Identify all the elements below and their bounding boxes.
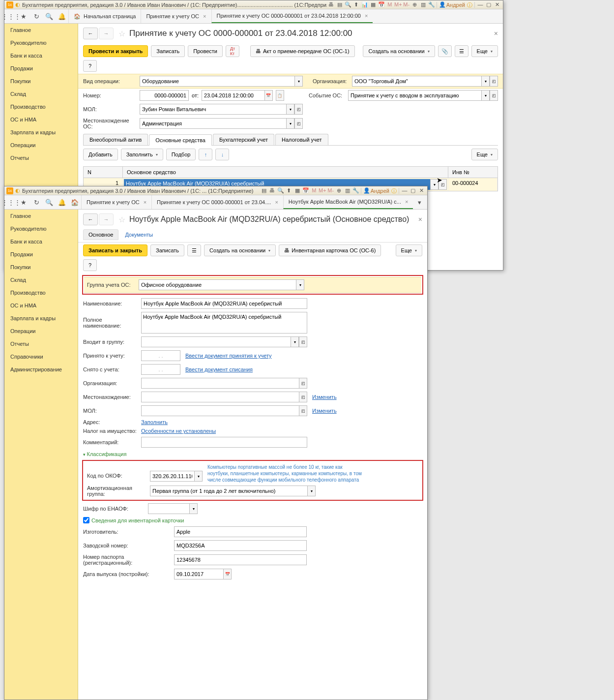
loc-select[interactable] — [140, 118, 286, 129]
more-button[interactable]: Еще — [471, 45, 498, 57]
tb-icon[interactable]: 📅 — [378, 1, 385, 8]
sidebar-item[interactable]: Производство — [4, 100, 78, 113]
link-change[interactable]: Изменить — [312, 408, 337, 414]
link-tax[interactable]: Особенности не установлены — [141, 428, 216, 434]
tb-icon[interactable]: ⬆ — [352, 1, 360, 8]
dropdown-icon[interactable]: ▾ — [286, 104, 294, 115]
tb-m+[interactable]: M+ — [394, 1, 402, 8]
close-icon[interactable]: × — [365, 13, 368, 19]
tb-icon[interactable]: ⬆ — [285, 187, 293, 194]
th-os[interactable]: Основное средство — [123, 167, 448, 178]
save-button[interactable]: Записать — [150, 244, 184, 256]
link-accept[interactable]: Ввести документ принятия к учету — [185, 353, 272, 359]
close-icon[interactable]: × — [144, 199, 146, 205]
close-icon[interactable]: × — [405, 199, 408, 205]
fill-button[interactable]: Заполнить — [121, 149, 163, 160]
link-remove[interactable]: Ввести документ списания — [185, 366, 253, 372]
dropdown-icon[interactable]: ▾ — [291, 336, 299, 347]
sidebar-item[interactable]: Справочники — [4, 350, 78, 363]
sidebar-item[interactable]: Продажи — [4, 62, 78, 75]
dtkt-button[interactable]: ДтКт — [226, 45, 239, 57]
close-icon[interactable]: × — [275, 199, 278, 205]
link-change[interactable]: Изменить — [312, 394, 337, 400]
stamp-icon[interactable]: 📋 — [276, 90, 284, 101]
sidebar-item[interactable]: Главное — [4, 24, 78, 36]
sidebar-item[interactable]: Производство — [4, 286, 78, 299]
tb-icon[interactable]: ▤ — [336, 1, 344, 8]
sidebar-item[interactable]: Покупки — [4, 261, 78, 274]
loc-input[interactable] — [141, 392, 299, 402]
nav-back-button[interactable]: ← — [83, 213, 98, 225]
th-inv[interactable]: Инв № — [448, 167, 497, 178]
sidebar-item[interactable]: Зарплата и кадры — [4, 126, 78, 139]
star-icon[interactable]: ★ — [17, 195, 30, 209]
open-icon[interactable]: ◰ — [490, 76, 498, 87]
tb-icon[interactable]: 🔍 — [277, 187, 285, 194]
org-input[interactable] — [141, 378, 299, 389]
okof-input[interactable] — [150, 471, 194, 482]
bell-icon[interactable]: 🔔 — [56, 195, 68, 209]
open-icon[interactable]: ◰ — [299, 405, 307, 416]
user-icon[interactable]: 👤 — [363, 187, 371, 194]
help-button[interactable]: ? — [83, 259, 97, 271]
dropdown-icon[interactable]: ▾ — [296, 279, 304, 290]
close-icon[interactable]: × — [203, 13, 206, 19]
passport-input[interactable] — [174, 554, 307, 565]
tb-icon[interactable]: ▦ — [293, 187, 301, 194]
list-icon[interactable]: ☰ — [455, 45, 468, 57]
group-select[interactable] — [139, 279, 296, 290]
subtab-nal[interactable]: Налоговый учет — [275, 134, 328, 145]
star-icon[interactable]: ★ — [17, 9, 30, 23]
sidebar-item[interactable]: Банк и касса — [4, 49, 78, 62]
calendar-icon[interactable]: 📅 — [223, 569, 232, 579]
tb-icon[interactable]: ▦ — [369, 1, 377, 8]
sidebar-item[interactable]: Продажи — [4, 248, 78, 261]
sidebar-item[interactable]: Покупки — [4, 75, 78, 88]
tb-icon[interactable]: ▥ — [419, 1, 427, 8]
up-icon[interactable]: ↑ — [199, 149, 212, 160]
tb-m+[interactable]: M+ — [319, 187, 326, 194]
amort-select[interactable] — [150, 486, 307, 496]
sidebar-item[interactable]: Операции — [4, 325, 78, 337]
minimize-icon[interactable]: — — [401, 187, 409, 194]
info-icon[interactable]: ⓘ — [390, 187, 398, 194]
open-icon[interactable]: ◰ — [294, 104, 303, 115]
released-input[interactable] — [174, 569, 223, 579]
tab-card[interactable]: Ноутбук Apple MacBook Air (MQD32RU/A) с.… — [283, 195, 413, 209]
tab-home[interactable]: 🏠Начальная страница — [68, 9, 141, 23]
dropdown-icon[interactable]: ▾ — [481, 90, 490, 101]
history-icon[interactable]: ↻ — [30, 9, 43, 23]
fullname-input[interactable]: Ноутбук Apple MacBook Air (MQD32RU/A) се… — [141, 312, 307, 334]
tb-icon[interactable]: ▥ — [344, 187, 351, 194]
open-icon[interactable]: ◰ — [299, 378, 307, 389]
name-input[interactable] — [141, 298, 307, 309]
subtab-main[interactable]: Основное — [83, 229, 118, 240]
vid-select[interactable] — [140, 76, 294, 87]
open-icon[interactable]: ◰ — [490, 90, 498, 101]
apps-icon[interactable]: ⋮⋮⋮ — [4, 195, 17, 209]
user-icon[interactable]: 👤 — [439, 1, 446, 8]
calendar-icon[interactable]: 📅 — [264, 90, 273, 101]
help-button[interactable]: ? — [83, 60, 97, 72]
sidebar-item[interactable]: ОС и НМА — [4, 299, 78, 312]
tb-icon[interactable]: 🖶 — [268, 187, 276, 194]
act-button[interactable]: 🖶Акт о приеме-передаче ОС (ОС-1) — [250, 45, 355, 57]
close-icon[interactable]: ✕ — [417, 187, 425, 194]
mol-select[interactable] — [140, 104, 286, 115]
post-and-close-button[interactable]: Провести и закрыть — [83, 45, 148, 57]
date-input[interactable] — [202, 90, 264, 101]
nav-fwd-button[interactable]: → — [99, 213, 114, 225]
tb-m-[interactable]: M- — [327, 187, 335, 194]
bell-icon[interactable]: 🔔 — [56, 9, 68, 23]
save-button[interactable]: Записать — [151, 45, 185, 57]
dropdown-icon[interactable]: ▾ — [430, 179, 439, 190]
link-fill[interactable]: Заполнить — [141, 419, 168, 425]
card-info-checkbox[interactable] — [83, 517, 89, 523]
sidebar-item[interactable]: ОС и НМА — [4, 113, 78, 126]
dropdown-icon[interactable]: ▾ — [189, 503, 198, 514]
info-icon[interactable]: ⓘ — [466, 1, 473, 8]
group-classification[interactable]: Классификация — [78, 449, 427, 459]
tb-m[interactable]: M — [386, 1, 394, 8]
search-icon[interactable]: 🔍 — [43, 195, 56, 209]
maximize-icon[interactable]: ▢ — [409, 187, 417, 194]
